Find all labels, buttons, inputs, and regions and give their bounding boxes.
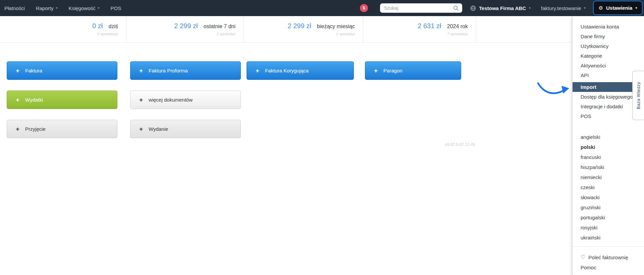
menu-divider: [573, 246, 644, 247]
main-nav: Płatności Raporty ▾ Księgowość ▾ POS: [4, 0, 121, 16]
plus-icon: +: [256, 67, 259, 74]
button-label: więcej dokumentów: [149, 97, 193, 103]
menu-item-kategorie[interactable]: Kategorie: [573, 51, 644, 61]
stat-value: 2 631 zł: [418, 22, 441, 30]
stat-label: bieżący miesiąc: [317, 23, 355, 29]
plus-icon: +: [16, 97, 19, 103]
menu-item-label: Poleć fakturownię: [588, 255, 628, 260]
plus-icon: +: [139, 126, 143, 132]
menu-item-ustawienia-konta[interactable]: Ustawienia konta: [573, 22, 644, 32]
plus-icon: +: [16, 67, 19, 74]
language-hiszpanski[interactable]: hiszpański: [573, 162, 644, 172]
stat-subtext: 1 sprzedaż: [126, 32, 235, 36]
plus-icon: +: [16, 126, 19, 132]
new-przyjecie-button[interactable]: + Przyjęcie: [7, 120, 117, 138]
account-switcher[interactable]: faktury.testowanie ▾: [541, 0, 586, 16]
stat-label: dziś: [109, 23, 118, 29]
settings-dropdown-menu: Ustawienia konta Dane firmy Użytkownicy …: [572, 16, 644, 275]
search-input[interactable]: [384, 5, 453, 11]
stat-subtext: 7 sprzedaży: [363, 32, 468, 36]
language-niemiecki[interactable]: niemiecki: [573, 172, 644, 182]
stat-subtext: 0 sprzedaży: [0, 32, 118, 36]
nav-item-label: Księgowość: [68, 5, 95, 11]
new-wydanie-button[interactable]: + Wydanie: [130, 120, 241, 138]
language-list: angielski polski francuski hiszpański ni…: [573, 132, 644, 243]
stat-current-month: 2 299 zł bieżący miesiąc 1 sprzedaż: [244, 16, 363, 42]
nav-item-label: Płatności: [4, 5, 25, 11]
more-documents-button[interactable]: + więcej dokumentów: [130, 91, 241, 109]
nav-item-label: POS: [111, 5, 121, 11]
heart-icon: ♡: [581, 255, 585, 260]
stat-year-2024: 2 631 zł 2024 rok 7 sprzedaży: [363, 16, 476, 42]
nav-item-pos[interactable]: POS: [111, 5, 121, 11]
button-label: Paragon: [383, 68, 402, 73]
stat-subtext: 1 sprzedaż: [244, 32, 355, 36]
button-label: Przyjęcie: [25, 126, 46, 132]
language-ukrainski[interactable]: ukraiński: [573, 233, 644, 243]
chevron-down-icon: ▾: [635, 6, 637, 10]
language-polski[interactable]: polski: [573, 142, 644, 152]
nav-item-platnosci[interactable]: Płatności: [4, 5, 25, 11]
new-wydatki-button[interactable]: + Wydatki: [7, 91, 117, 109]
stat-value: 2 299 zł: [174, 22, 198, 30]
nav-item-raporty[interactable]: Raporty ▾: [36, 5, 58, 11]
language-gruzinski[interactable]: gruziński: [573, 203, 644, 213]
button-label: Faktura Proforma: [149, 68, 188, 73]
menu-item-aktywnosci[interactable]: Aktywności: [573, 61, 644, 70]
knowledge-base-tab[interactable]: Baza Wiedzy: [632, 71, 644, 120]
language-angielski[interactable]: angielski: [573, 132, 644, 142]
button-label: Faktura: [25, 68, 42, 73]
knowledge-base-tab-label: Baza Wiedzy: [636, 82, 641, 109]
menu-footer: ♡ Poleć fakturownię Pomoc: [573, 252, 644, 272]
app-version: v6.87.5.07.13.45: [445, 142, 475, 147]
chevron-down-icon: ▾: [56, 6, 57, 10]
company-name: Testowa Firma ABC: [479, 5, 526, 11]
settings-menu-button[interactable]: ⚙ Ustawienia ▾: [593, 1, 643, 15]
gear-icon: ⚙: [599, 5, 603, 11]
nav-item-ksiegowosc[interactable]: Księgowość ▾: [68, 5, 99, 11]
new-faktura-proforma-button[interactable]: + Faktura Proforma: [130, 61, 241, 80]
sales-stats-bar: 0 zł dziś 0 sprzedaży 2 299 zł ostatnie …: [0, 16, 644, 43]
button-label: Wydatki: [25, 97, 43, 103]
button-label: Faktura Korygująca: [265, 68, 309, 73]
menu-item-pomoc[interactable]: Pomoc: [573, 262, 644, 272]
settings-button-label: Ustawienia: [606, 5, 632, 11]
plus-icon: +: [374, 67, 378, 74]
search-icon[interactable]: [453, 5, 459, 11]
nav-item-label: Raporty: [36, 5, 54, 11]
stat-today: 0 zł dziś 0 sprzedaży: [0, 16, 126, 42]
language-rosyjski[interactable]: rosyjski: [573, 223, 644, 233]
menu-item-polec-fakturownie[interactable]: ♡ Poleć fakturownię: [573, 252, 644, 262]
plus-icon: +: [139, 67, 143, 74]
stat-label: 2024 rok: [447, 23, 468, 29]
button-label: Wydanie: [149, 126, 168, 132]
stat-label: ostatnie 7 dni: [204, 23, 235, 29]
chevron-down-icon: ▾: [529, 6, 531, 10]
menu-item-label: Pomoc: [581, 265, 596, 270]
new-faktura-korygujaca-button[interactable]: + Faktura Korygująca: [247, 61, 354, 80]
account-name: faktury.testowanie: [541, 5, 581, 11]
pointer-arrow: [536, 80, 571, 100]
stat-value: 0 zł: [92, 22, 103, 30]
chevron-down-icon: ▾: [98, 6, 99, 10]
top-navbar: Płatności Raporty ▾ Księgowość ▾ POS 5 T…: [0, 0, 644, 16]
company-switcher[interactable]: Testowa Firma ABC ▾: [470, 0, 531, 16]
new-paragon-button[interactable]: + Paragon: [365, 61, 461, 80]
chevron-down-icon: ▾: [584, 6, 586, 10]
stat-last-7-days: 2 299 zł ostatnie 7 dni 1 sprzedaż: [126, 16, 244, 42]
stat-value: 2 299 zł: [288, 22, 311, 30]
new-faktura-button[interactable]: + Faktura: [7, 61, 117, 80]
menu-item-uzytkownicy[interactable]: Użytkownicy: [573, 41, 644, 51]
language-francuski[interactable]: francuski: [573, 152, 644, 162]
language-portugalski[interactable]: portugalski: [573, 213, 644, 223]
language-slowacki[interactable]: słowacki: [573, 192, 644, 203]
language-czeski[interactable]: czeski: [573, 182, 644, 192]
menu-item-dane-firmy[interactable]: Dane firmy: [573, 32, 644, 41]
globe-icon: [470, 5, 476, 11]
plus-icon: +: [139, 97, 143, 103]
search-box: [380, 3, 462, 13]
notification-badge[interactable]: 5: [360, 4, 368, 12]
